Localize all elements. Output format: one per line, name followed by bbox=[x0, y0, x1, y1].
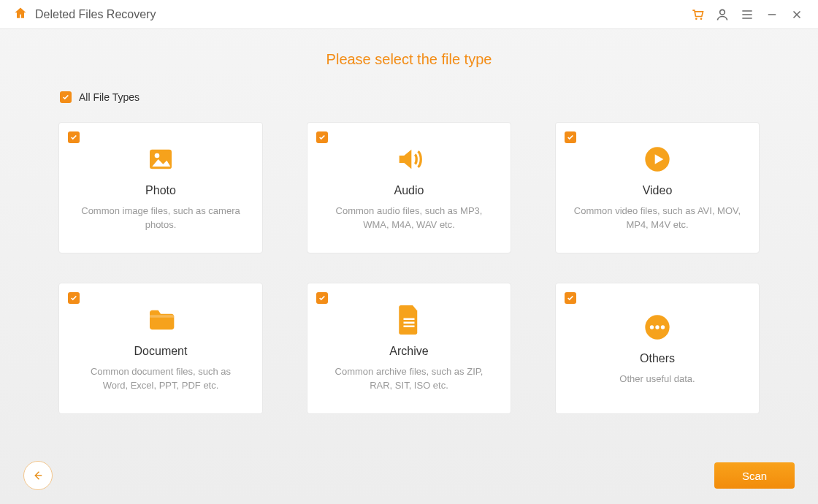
audio-icon bbox=[394, 145, 424, 174]
card-photo-checkbox[interactable] bbox=[68, 131, 80, 143]
svg-point-1 bbox=[700, 18, 703, 20]
card-video-title: Video bbox=[643, 184, 673, 197]
card-audio-checkbox[interactable] bbox=[316, 131, 328, 143]
card-audio-desc: Common audio files, such as MP3, WMA, M4… bbox=[325, 205, 493, 232]
close-icon[interactable] bbox=[786, 4, 808, 26]
card-document[interactable]: Document Common document files, such as … bbox=[58, 283, 263, 414]
card-archive-title: Archive bbox=[389, 345, 428, 358]
card-video-desc: Common video files, such as AVI, MOV, MP… bbox=[573, 205, 741, 232]
card-others-desc: Other useful data. bbox=[619, 373, 695, 386]
all-file-types-label: All File Types bbox=[79, 91, 139, 103]
photo-icon bbox=[146, 145, 175, 174]
card-audio-title: Audio bbox=[394, 184, 424, 197]
card-video[interactable]: Video Common video files, such as AVI, M… bbox=[555, 122, 760, 253]
all-file-types-row[interactable]: All File Types bbox=[60, 91, 818, 103]
card-others-checkbox[interactable] bbox=[565, 292, 576, 304]
window-title: Deleted Files Recovery bbox=[35, 8, 156, 21]
card-photo-title: Photo bbox=[145, 184, 176, 197]
all-file-types-checkbox[interactable] bbox=[60, 91, 72, 103]
card-photo[interactable]: Photo Common image files, such as camera… bbox=[58, 122, 263, 253]
svg-point-2 bbox=[720, 9, 725, 15]
menu-icon[interactable] bbox=[736, 4, 758, 26]
card-others-title: Others bbox=[640, 352, 675, 365]
card-document-checkbox[interactable] bbox=[68, 292, 80, 304]
card-photo-desc: Common image files, such as camera photo… bbox=[77, 205, 245, 232]
video-icon bbox=[643, 145, 672, 174]
minimize-icon[interactable] bbox=[761, 4, 783, 26]
svg-point-9 bbox=[661, 325, 665, 329]
svg-point-7 bbox=[650, 325, 654, 329]
card-archive-checkbox[interactable] bbox=[316, 292, 328, 304]
page-heading: Please select the file type bbox=[0, 51, 818, 68]
card-video-checkbox[interactable] bbox=[565, 131, 576, 143]
svg-point-8 bbox=[655, 325, 659, 329]
folder-icon bbox=[146, 305, 175, 335]
card-others[interactable]: Others Other useful data. bbox=[555, 283, 760, 414]
others-icon bbox=[643, 313, 672, 342]
footer: Scan bbox=[0, 447, 818, 504]
svg-point-0 bbox=[695, 18, 697, 20]
card-document-title: Document bbox=[134, 345, 188, 358]
titlebar: Deleted Files Recovery bbox=[0, 0, 818, 29]
svg-point-4 bbox=[155, 153, 160, 159]
account-icon[interactable] bbox=[711, 4, 733, 26]
cart-icon[interactable] bbox=[687, 4, 708, 26]
file-type-grid: Photo Common image files, such as camera… bbox=[58, 122, 760, 414]
card-archive-desc: Common archive files, such as ZIP, RAR, … bbox=[325, 365, 493, 393]
card-audio[interactable]: Audio Common audio files, such as MP3, W… bbox=[307, 122, 511, 253]
back-button[interactable] bbox=[23, 461, 53, 490]
home-icon[interactable] bbox=[13, 6, 28, 23]
scan-button[interactable]: Scan bbox=[714, 462, 795, 489]
card-archive[interactable]: Archive Common archive files, such as ZI… bbox=[307, 283, 511, 414]
archive-icon bbox=[394, 305, 424, 335]
card-document-desc: Common document files, such as Word, Exc… bbox=[77, 365, 245, 393]
